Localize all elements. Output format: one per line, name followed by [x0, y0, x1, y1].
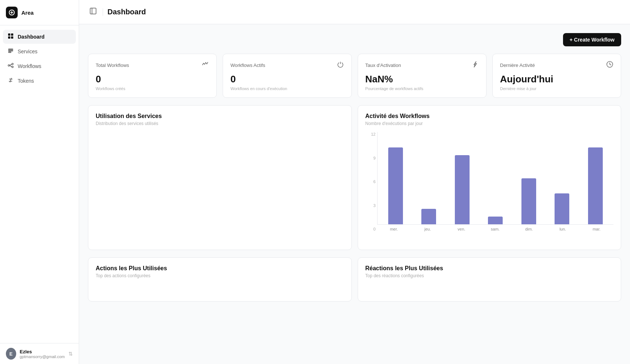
power-icon	[337, 61, 344, 70]
svg-rect-2	[11, 33, 13, 36]
content-area: + Create Workflow Total Workflows 0 Work…	[79, 24, 630, 364]
clock-icon	[606, 61, 613, 70]
activity-icon	[202, 61, 209, 70]
stat-value-0: 0	[96, 74, 209, 85]
svg-rect-1	[8, 33, 10, 36]
stat-card-total-workflows: Total Workflows 0 Workflows créés	[88, 54, 217, 98]
bar	[521, 178, 536, 225]
lightning-icon	[471, 61, 479, 70]
bar-chart-inner: mer.jeu.ven.sam.dim.lun.mar.	[377, 132, 614, 231]
sidebar-item-workflows[interactable]: Workflows	[3, 59, 76, 73]
user-profile[interactable]: E Ezles gptmansorry@gmail.com ⇅	[0, 343, 79, 364]
stat-label-0: Total Workflows	[96, 63, 129, 68]
stats-grid: Total Workflows 0 Workflows créés Workfl…	[88, 54, 621, 98]
services-chart-subtitle: Distribution des services utilisés	[96, 121, 344, 126]
stat-card-activation-rate: Taux d'Activation NaN% Pourcentage de wo…	[358, 54, 486, 98]
bar-label: dim.	[520, 227, 538, 231]
main-content: Dashboard + Create Workflow Total Workfl…	[79, 0, 630, 364]
bar-label: sam.	[486, 227, 505, 231]
bar	[455, 155, 470, 224]
bar	[588, 147, 603, 224]
bar-label: mer.	[385, 227, 403, 231]
stat-label-1: Workflows Actifs	[230, 63, 265, 68]
stat-card-active-workflows: Workflows Actifs 0 Workflows en cours d'…	[223, 54, 351, 98]
bar	[421, 209, 436, 224]
services-icon	[7, 48, 14, 55]
svg-rect-7	[8, 52, 11, 53]
actions-card-subtitle: Top des actions configurées	[96, 273, 344, 278]
sidebar-item-dashboard[interactable]: Dashboard	[3, 30, 76, 44]
stat-header-2: Taux d'Activation	[365, 61, 479, 70]
svg-rect-3	[8, 36, 10, 39]
app-logo-icon	[6, 7, 18, 18]
activity-bar-chart: 12 9 6 3 0 mer.jeu.ven.sam.dim.lun.mar.	[365, 132, 614, 242]
workflows-icon	[7, 63, 14, 70]
svg-point-8	[8, 65, 10, 66]
bar	[388, 147, 403, 224]
sidebar-logo: Area	[0, 0, 79, 25]
reactions-card-subtitle: Top des réactions configurées	[365, 273, 614, 278]
sidebar-item-dashboard-label: Dashboard	[18, 34, 45, 40]
page-header: Dashboard	[79, 0, 630, 24]
chevron-icon[interactable]: ⇅	[68, 351, 73, 357]
svg-point-9	[12, 63, 13, 65]
services-usage-card: Utilisation des Services Distribution de…	[88, 105, 352, 250]
sidebar: Area Dashboard Services	[0, 0, 79, 364]
stat-header: Total Workflows	[96, 61, 209, 70]
header-divider	[103, 8, 103, 16]
svg-line-11	[10, 64, 12, 65]
svg-line-12	[10, 66, 12, 67]
actions-card: Actions les Plus Utilisées Top des actio…	[88, 257, 352, 301]
bottom-grid: Actions les Plus Utilisées Top des actio…	[88, 257, 621, 301]
stat-sub-2: Pourcentage de workflows actifs	[365, 86, 479, 91]
action-bar: + Create Workflow	[88, 33, 621, 46]
svg-rect-5	[8, 49, 13, 50]
bar	[555, 193, 569, 224]
y-axis-labels: 12 9 6 3 0	[365, 132, 376, 231]
sidebar-item-workflows-label: Workflows	[18, 63, 41, 69]
user-name: Ezles	[20, 349, 65, 354]
actions-card-title: Actions les Plus Utilisées	[96, 265, 344, 272]
page-title: Dashboard	[107, 8, 146, 16]
stat-value-3: Aujourd'hui	[500, 74, 613, 85]
reactions-card: Réactions les Plus Utilisées Top des réa…	[358, 257, 622, 301]
stat-header-3: Dernière Activité	[500, 61, 613, 70]
charts-grid: Utilisation des Services Distribution de…	[88, 105, 621, 250]
stat-sub-1: Workflows en cours d'exécution	[230, 86, 344, 91]
activity-chart-card: Activité des Workflows Nombre d'exécutio…	[358, 105, 622, 250]
reactions-card-title: Réactions les Plus Utilisées	[365, 265, 614, 272]
tokens-icon	[7, 77, 14, 85]
sidebar-nav: Dashboard Services	[0, 25, 79, 343]
stat-value-2: NaN%	[365, 74, 479, 85]
stat-label-3: Dernière Activité	[500, 63, 535, 68]
services-chart-area	[96, 132, 344, 242]
bar-label: ven.	[452, 227, 471, 231]
services-chart-title: Utilisation des Services	[96, 113, 344, 119]
svg-rect-6	[8, 50, 13, 51]
activity-chart-subtitle: Nombre d'exécutions par jour	[365, 121, 614, 126]
create-workflow-button[interactable]: + Create Workflow	[563, 33, 621, 46]
stat-sub-3: Dernière mise à jour	[500, 86, 613, 91]
svg-point-10	[12, 66, 13, 68]
svg-rect-4	[11, 36, 13, 39]
bar-label: jeu.	[418, 227, 437, 231]
app-logo-text: Area	[21, 10, 33, 16]
bar-label: lun.	[553, 227, 572, 231]
stat-value-1: 0	[230, 74, 344, 85]
stat-sub-0: Workflows créés	[96, 86, 209, 91]
sidebar-item-tokens[interactable]: Tokens	[3, 74, 76, 88]
bar-label: mar.	[587, 227, 606, 231]
sidebar-toggle-button[interactable]	[88, 6, 98, 18]
bar	[488, 217, 503, 224]
sidebar-item-tokens-label: Tokens	[18, 78, 34, 84]
stat-label-2: Taux d'Activation	[365, 63, 401, 68]
svg-rect-13	[90, 8, 96, 14]
stat-card-last-activity: Dernière Activité Aujourd'hui Dernière m…	[492, 54, 621, 98]
sidebar-item-services[interactable]: Services	[3, 44, 76, 58]
activity-chart-title: Activité des Workflows	[365, 113, 614, 119]
stat-header-1: Workflows Actifs	[230, 61, 344, 70]
avatar: E	[6, 348, 16, 360]
user-email: gptmansorry@gmail.com	[20, 354, 65, 359]
user-info: Ezles gptmansorry@gmail.com	[20, 349, 65, 359]
sidebar-item-services-label: Services	[18, 49, 38, 54]
